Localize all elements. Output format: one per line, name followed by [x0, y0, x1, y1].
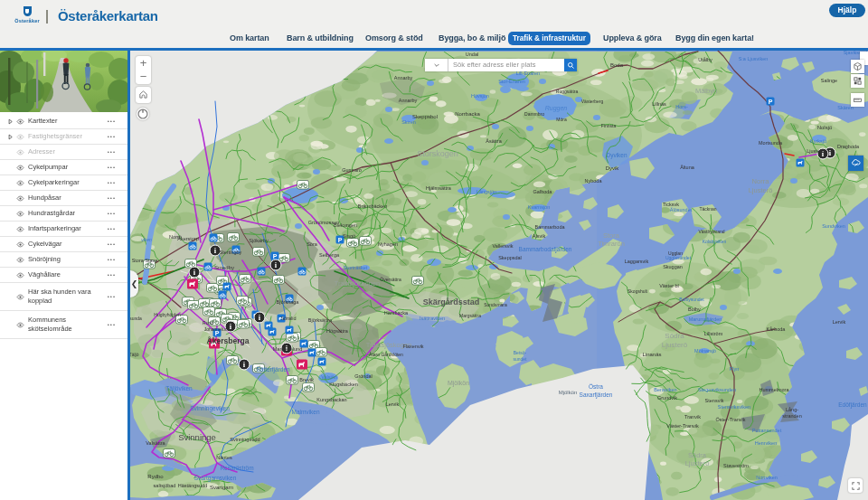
- svg-text:Åkersberga: Åkersberga: [207, 336, 250, 345]
- svg-text:Klugsbäcken: Klugsbäcken: [329, 382, 358, 387]
- svg-text:Täcknan: Täcknan: [699, 206, 716, 212]
- svg-text:saltsjöbad: saltsjöbad: [154, 483, 176, 488]
- svg-text:Singö: Singö: [343, 233, 355, 239]
- svg-text:Sundviken: Sundviken: [822, 223, 845, 229]
- svg-text:Trastsjöskogen: Trastsjöskogen: [335, 279, 381, 288]
- svg-text:Skiren: Skiren: [401, 119, 416, 125]
- svg-text:Ruggsättra: Ruggsättra: [556, 89, 579, 94]
- svg-text:Timrarön: Timrarön: [598, 240, 625, 248]
- svg-text:Nyboda: Nyboda: [585, 178, 603, 184]
- svg-text:Rydbo: Rydbo: [147, 474, 164, 479]
- svg-text:Ljusterö: Ljusterö: [685, 459, 710, 467]
- svg-text:Hugbyhöjden: Hugbyhöjden: [154, 312, 181, 317]
- svg-text:sunda: sunda: [130, 316, 142, 321]
- svg-text:S:a Ljusviken: S:a Ljusviken: [739, 56, 769, 61]
- svg-text:Högsättra: Högsättra: [326, 328, 349, 334]
- svg-text:Flaxenvik: Flaxenvik: [402, 344, 423, 349]
- svg-text:Åsättra: Åsättra: [486, 138, 502, 144]
- svg-text:Margsättra: Margsättra: [459, 313, 481, 318]
- svg-text:Kolsbyviken: Kolsbyviken: [703, 239, 727, 244]
- svg-text:Hummelmora: Hummelmora: [759, 387, 789, 392]
- svg-text:Dragboda: Dragboda: [837, 144, 860, 149]
- svg-text:Söralid: Söralid: [280, 316, 296, 321]
- svg-text:Kvarnsjön: Kvarnsjön: [528, 204, 550, 210]
- svg-text:Kårboda: Kårboda: [767, 326, 787, 332]
- svg-text:Vallersvik: Vallersvik: [492, 243, 513, 249]
- svg-text:Söra: Söra: [307, 241, 318, 247]
- svg-text:Storskogen: Storskogen: [417, 149, 458, 158]
- svg-text:Bammarboda: Bammarboda: [534, 224, 565, 230]
- svg-text:Annarby: Annarby: [399, 98, 418, 103]
- svg-text:Skeppsbol: Skeppsbol: [412, 114, 438, 119]
- svg-text:Tranvik: Tranvik: [684, 414, 701, 420]
- svg-text:Skuggan: Skuggan: [663, 264, 683, 269]
- svg-text:Kyrksjö: Kyrksjö: [810, 138, 826, 144]
- svg-text:Galboda: Galboda: [533, 189, 553, 194]
- svg-text:Boda: Boda: [610, 62, 624, 68]
- svg-text:Nyhagen: Nyhagen: [378, 241, 398, 247]
- svg-text:Flyn: Flyn: [730, 366, 739, 372]
- svg-text:Grönömossen: Grönömossen: [308, 220, 340, 225]
- svg-text:Skeppsdal: Skeppsdal: [498, 255, 522, 260]
- svg-text:Smedby: Smedby: [214, 265, 234, 270]
- svg-text:Svinninge: Svinninge: [178, 432, 216, 442]
- svg-text:Stora Stava: Stora Stava: [132, 258, 159, 263]
- svg-text:viken: viken: [141, 237, 152, 242]
- svg-text:Selberga: Selberga: [319, 252, 340, 258]
- svg-text:Mälbyn: Mälbyn: [695, 87, 717, 95]
- svg-text:Möra: Möra: [556, 117, 567, 122]
- svg-text:Översättra: Översättra: [380, 277, 401, 282]
- svg-text:Täljöviken: Täljöviken: [165, 385, 193, 392]
- svg-text:Bensviken: Bensviken: [654, 387, 676, 392]
- svg-text:Hors-: Hors-: [675, 104, 688, 109]
- svg-text:Sjökarby: Sjökarby: [249, 238, 269, 243]
- svg-text:Östra: Östra: [589, 383, 603, 390]
- svg-text:Lillnäs: Lillnäs: [652, 101, 666, 107]
- svg-text:Svinningeudd: Svinningeudd: [230, 437, 259, 442]
- svg-text:Näntes: Näntes: [216, 455, 232, 460]
- svg-text:Alsvik: Alsvik: [533, 233, 546, 239]
- svg-text:Norrbacka: Norrbacka: [455, 111, 480, 117]
- svg-text:stranden: stranden: [782, 413, 801, 419]
- svg-text:Björkhaga: Björkhaga: [277, 299, 300, 305]
- svg-text:Hövsjön: Hövsjön: [471, 93, 489, 99]
- svg-text:Linanäs: Linanäs: [642, 352, 661, 357]
- svg-text:Ljusterö: Ljusterö: [749, 186, 773, 194]
- svg-text:Älösundet: Älösundet: [670, 207, 693, 212]
- svg-text:Utålby: Utålby: [698, 57, 712, 62]
- svg-text:Norra: Norra: [752, 177, 770, 185]
- svg-text:Sätterfjärden: Sätterfjärden: [256, 366, 290, 373]
- svg-text:Finnsta: Finnsta: [601, 123, 617, 128]
- svg-text:Valsjön: Valsjön: [321, 374, 337, 380]
- svg-text:Ljusterö: Ljusterö: [662, 341, 688, 349]
- svg-text:Sundsmara: Sundsmara: [484, 302, 507, 307]
- svg-text:Ruggen: Ruggen: [545, 105, 568, 112]
- svg-text:Isättraviken: Isättraviken: [420, 316, 445, 321]
- svg-text:Kungsbackan: Kungsbackan: [316, 397, 346, 402]
- svg-text:Brännbäcken: Brännbäcken: [358, 203, 387, 209]
- svg-text:Hemviken: Hemviken: [755, 440, 777, 446]
- svg-text:Stensviksviken: Stensviksviken: [718, 404, 750, 410]
- svg-text:Saxarfjärden: Saxarfjärden: [580, 392, 613, 399]
- svg-text:Hjälmsättra: Hjälmsättra: [426, 185, 452, 191]
- svg-text:Långsjön: Långsjön: [476, 189, 496, 194]
- svg-text:Täljö: Täljö: [130, 352, 139, 357]
- svg-text:Edöfjärden: Edöfjärden: [838, 401, 867, 409]
- svg-text:Dammbro: Dammbro: [524, 111, 544, 117]
- svg-text:Mjölkön: Mjölkön: [559, 390, 578, 395]
- svg-text:Ljusterö: Ljusterö: [807, 148, 825, 154]
- svg-text:Svartgarn: Svartgarn: [210, 485, 233, 490]
- svg-text:Härsbacka: Härsbacka: [384, 310, 409, 316]
- svg-text:Björksättra: Björksättra: [308, 317, 333, 323]
- svg-text:Salinge: Salinge: [821, 78, 837, 83]
- svg-text:Marumsfjärden: Marumsfjärden: [689, 316, 722, 322]
- svg-text:Gumrarö: Gumrarö: [342, 167, 362, 173]
- svg-text:Puttansundet: Puttansundet: [752, 428, 782, 433]
- svg-text:Bolbysundet: Bolbysundet: [679, 297, 704, 302]
- svg-text:Norrviken: Norrviken: [756, 475, 778, 480]
- svg-text:Hästängsudd: Hästängsudd: [178, 483, 207, 488]
- svg-text:Stensvik: Stensvik: [705, 398, 724, 403]
- svg-text:Ugglan: Ugglan: [668, 250, 683, 256]
- svg-text:Södra: Södra: [665, 332, 684, 340]
- svg-text:Dyviken: Dyviken: [606, 152, 627, 159]
